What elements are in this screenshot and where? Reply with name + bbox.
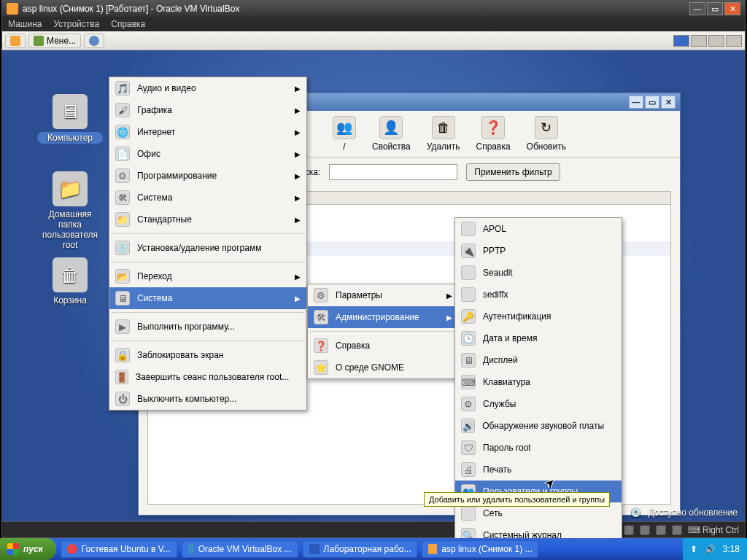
- maximize-button[interactable]: ▭: [707, 2, 723, 15]
- menu-item[interactable]: 🔒Заблокировать экран: [109, 344, 306, 366]
- menu-devices[interactable]: Устройства: [53, 19, 99, 29]
- menu-item-label: Программирование: [137, 171, 217, 181]
- menu-item-icon: [461, 222, 476, 236]
- menu-item[interactable]: 🎵Аудио и видео▶: [109, 77, 306, 99]
- menu-item-icon: 📂: [115, 269, 130, 284]
- menu-item-icon: 🎵: [115, 81, 130, 96]
- tray-clock[interactable]: 3:18: [723, 544, 740, 554]
- menu-item[interactable]: 🔊Обнаружение звуковой платы: [455, 415, 622, 437]
- menu-item[interactable]: ⌨Клавиатура: [455, 371, 622, 393]
- menu-item[interactable]: 🖥Система▶: [109, 287, 306, 309]
- tool-help[interactable]: ❓Справка: [476, 116, 511, 152]
- um-close-button[interactable]: ✕: [661, 96, 676, 109]
- guest-update-notification[interactable]: 💿 Доступно обновление: [2, 505, 745, 520]
- menu-item[interactable]: ⚙Службы: [455, 393, 622, 415]
- tool-label: Обновить: [527, 141, 566, 152]
- status-shared-icon[interactable]: [640, 525, 650, 535]
- close-button[interactable]: ✕: [724, 2, 740, 15]
- panel-menu-button[interactable]: Мене...: [28, 34, 81, 48]
- menu-item[interactable]: 🛠Система▶: [109, 187, 306, 209]
- menu-item[interactable]: 🔌PPTP: [455, 240, 622, 262]
- menu-item-icon: ⏻: [115, 392, 130, 406]
- filter-input[interactable]: [329, 164, 457, 180]
- menu-item[interactable]: ❓Справка: [308, 335, 458, 357]
- start-button[interactable]: пуск: [0, 538, 56, 560]
- tray-network-icon[interactable]: 🔊: [705, 544, 716, 554]
- taskbar-item[interactable]: Гостевая Ubuntu в V...: [61, 540, 177, 558]
- menu-machine[interactable]: Машина: [8, 19, 42, 29]
- status-mouse-icon[interactable]: [672, 525, 682, 535]
- tool-delete[interactable]: 🗑Удалить: [427, 116, 460, 152]
- tool-refresh[interactable]: ↻Обновить: [527, 116, 566, 152]
- desktop-icon-trash[interactable]: 🗑 Корзина: [37, 257, 103, 306]
- desktop-icon-home[interactable]: 📁 Домашняя папка пользователя root: [37, 171, 103, 250]
- status-display-icon[interactable]: [656, 525, 666, 535]
- panel-update-button[interactable]: [84, 34, 104, 48]
- menu-item[interactable]: 🛠Администрирование▶: [308, 306, 458, 328]
- menu-item-label: Службы: [483, 399, 516, 409]
- chevron-right-icon: ▶: [295, 85, 301, 93]
- menu-item[interactable]: sediffx: [455, 284, 622, 306]
- menu-item[interactable]: 🛡Пароль root: [455, 437, 622, 459]
- taskbar-item[interactable]: Лабораторная рабо...: [303, 540, 418, 558]
- menu-item-label: Стандартные: [137, 214, 192, 225]
- um-maximize-button[interactable]: ▭: [645, 96, 659, 109]
- panel-app-button[interactable]: [5, 34, 26, 48]
- menu-item-label: Seaudit: [483, 268, 513, 278]
- menu-item[interactable]: 🖨Печать: [455, 459, 622, 481]
- system-tray[interactable]: ⬆ 🔊 3:18: [683, 538, 747, 560]
- menu-item[interactable]: ⚙Программирование▶: [109, 165, 306, 187]
- menu-item-icon: 💿: [115, 241, 130, 255]
- taskbar-item[interactable]: Oracle VM VirtualBox ...: [182, 540, 298, 558]
- menu-item-icon: 🖥: [115, 291, 130, 306]
- menu-item-label: Аутентификация: [483, 311, 551, 322]
- menu-item-icon: 🔊: [461, 419, 475, 433]
- desktop-icon-computer[interactable]: 🖥 Компьютер: [37, 94, 103, 144]
- menu-item-label: sediffx: [483, 289, 508, 300]
- menu-item[interactable]: ⚙Параметры▶: [308, 284, 458, 306]
- tool-group[interactable]: 👥/: [333, 116, 356, 152]
- tool-label: Удалить: [427, 141, 460, 152]
- status-usb-icon[interactable]: [624, 525, 634, 535]
- menu-item[interactable]: ⏻Выключить компьютер...: [109, 388, 306, 410]
- menu-item[interactable]: ▶Выполнить программу...: [109, 316, 306, 338]
- taskbar-item[interactable]: asp linux (Снимок 1) ...: [422, 540, 538, 558]
- apply-filter-button[interactable]: Применить фильтр: [466, 163, 560, 181]
- menu-item[interactable]: 🌐Интернет▶: [109, 121, 306, 143]
- menu-item[interactable]: 🔑Аутентификация: [455, 306, 622, 327]
- menu-item[interactable]: 🕒Дата и время: [455, 327, 622, 349]
- menu-item-label: Заблокировать экран: [137, 350, 223, 360]
- menu-item-label: Переход: [137, 271, 172, 281]
- tool-properties[interactable]: 👤Свойства: [372, 116, 411, 152]
- menu-item[interactable]: ⭐О среде GNOME: [308, 357, 458, 378]
- menu-item[interactable]: APOL: [455, 218, 622, 240]
- menu-item[interactable]: 📁Стандартные▶: [109, 209, 306, 230]
- menu-item-icon: 🖥: [461, 353, 476, 368]
- menu-help[interactable]: Справка: [111, 19, 145, 29]
- desktop-icon-label: Домашняя папка пользователя root: [37, 209, 103, 250]
- chevron-right-icon: ▶: [295, 273, 301, 281]
- workspace-switcher[interactable]: [673, 35, 742, 47]
- menu-item[interactable]: 💿Установка/удаление программ: [109, 237, 306, 259]
- menu-item[interactable]: 📄Офис▶: [109, 143, 306, 165]
- menu-item[interactable]: 🖥Дисплей: [455, 349, 622, 371]
- menu-icon: [34, 36, 44, 46]
- menu-item-icon: 🔌: [461, 244, 476, 258]
- um-minimize-button[interactable]: —: [629, 96, 643, 109]
- menu-item-label: PPTP: [483, 246, 506, 256]
- chevron-right-icon: ▶: [295, 172, 301, 180]
- minimize-button[interactable]: —: [689, 2, 705, 15]
- trash-icon: 🗑: [53, 257, 88, 292]
- menu-item[interactable]: Seaudit: [455, 262, 622, 284]
- disk-icon: 💿: [630, 508, 641, 518]
- vbox-title-text: asp linux (Снимок 1) [Работает] - Oracle…: [23, 4, 239, 14]
- tool-label: Свойства: [372, 141, 411, 152]
- menu-item[interactable]: 📂Переход▶: [109, 265, 306, 287]
- desktop-icon-label: Компьютер: [37, 132, 103, 144]
- menu-item[interactable]: 🚪Завершить сеанс пользователя root...: [109, 366, 306, 388]
- chevron-right-icon: ▶: [295, 295, 301, 303]
- tray-safety-icon[interactable]: ⬆: [690, 544, 697, 554]
- guest-desktop[interactable]: Мене... 🖥 Компьютер 📁 Домашняя папка пол…: [2, 31, 745, 521]
- menu-item[interactable]: 🖌Графика▶: [109, 99, 306, 121]
- vbox-titlebar[interactable]: asp linux (Снимок 1) [Работает] - Oracle…: [2, 1, 745, 17]
